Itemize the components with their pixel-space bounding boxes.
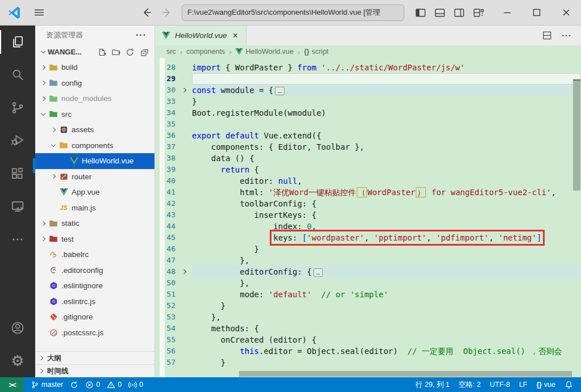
maximize-button[interactable] [522, 0, 551, 25]
code-line-36[interactable]: 36export default Vue.extend({ [155, 130, 581, 141]
code-line-51[interactable]: 51 mode: 'default' // or 'simple' [155, 289, 581, 300]
tree-item--eslintrc-js[interactable]: .eslintrc.js [35, 294, 154, 310]
code-line-50[interactable]: 50 }, [155, 277, 581, 289]
new-folder-icon[interactable] [111, 48, 120, 57]
activity-source-control[interactable] [0, 91, 35, 124]
activity-more[interactable] [0, 223, 35, 256]
status-行-29-列-1[interactable]: 行 29, 列 1 [416, 380, 450, 390]
tree-item--editorconfig[interactable]: .editorconfig [35, 263, 154, 279]
toggle-sidebar-icon[interactable] [415, 7, 427, 19]
back-arrow-icon[interactable] [141, 6, 153, 19]
split-editor-icon[interactable] [542, 30, 553, 41]
customize-layout-icon[interactable] [473, 7, 484, 19]
code-editor[interactable]: 28import { WordPaster } from '../../stat… [155, 58, 581, 377]
code-line-41[interactable]: 41 html: '泽优Word一键粘贴控件（WordPaster） for w… [155, 187, 581, 198]
tab-helloworld-vue[interactable]: HelloWorld.vue × [155, 26, 246, 45]
refresh-icon[interactable] [126, 48, 135, 57]
code-line-37[interactable]: 37 components: { Editor, Toolbar }, [155, 141, 581, 153]
tree-item--eslintignore[interactable]: .eslintignore [35, 278, 154, 294]
fold-chevron-icon[interactable] [182, 266, 192, 277]
tree-item-config[interactable]: config [35, 75, 154, 91]
breadcrumb-helloworld-vue[interactable]: HelloWorld.vue [235, 48, 294, 56]
tree-item-static[interactable]: static [35, 216, 154, 231]
code-line-54[interactable]: 54 methods: { [155, 323, 581, 334]
code-line-46[interactable]: 46 } [155, 243, 581, 255]
status-warning[interactable]: 0 [107, 381, 122, 389]
toggle-secondary-sidebar-icon[interactable] [453, 7, 465, 19]
code-line-40[interactable]: 40 editor: null, [155, 175, 581, 187]
tree-item--babelrc[interactable]: .babelrc [35, 247, 154, 263]
status-sync[interactable] [70, 381, 78, 389]
close-button[interactable] [551, 0, 581, 25]
status-空格-2[interactable]: 空格: 2 [459, 380, 481, 390]
breadcrumb-src[interactable]: src [166, 48, 176, 56]
code-line-39[interactable]: 39 return { [155, 164, 581, 175]
forward-arrow-icon[interactable] [160, 6, 173, 19]
tree-item-node-modules[interactable]: node_modules [35, 91, 154, 107]
status-error[interactable]: 0 [85, 381, 100, 389]
code-line-35[interactable]: 35 [155, 119, 581, 130]
code-line-47[interactable]: 47 }, [155, 255, 581, 266]
activity-account[interactable] [0, 311, 35, 344]
status-braces[interactable]: {}vue [537, 381, 556, 389]
tree-item-router[interactable]: router [35, 169, 154, 185]
menu-hamburger-icon[interactable] [33, 6, 45, 19]
code-line-38[interactable]: 38 data () { [155, 153, 581, 164]
activity-settings[interactable]: ⚙ [0, 344, 35, 377]
tree-item-src[interactable]: src [35, 107, 154, 123]
tree-item-main-js[interactable]: JSmain.js [35, 200, 154, 216]
fold-chevron-icon[interactable] [182, 85, 192, 96]
code-line-30[interactable]: 30const wmodule = {… [155, 85, 581, 96]
code-line-28[interactable]: 28import { WordPaster } from '../../stat… [155, 62, 581, 73]
remote-indicator[interactable]: >< [0, 377, 24, 392]
tree-item-helloworld-vue[interactable]: HelloWorld.vue [35, 153, 154, 169]
minimize-button[interactable] [492, 0, 522, 25]
code-line-42[interactable]: 42 toolbarConfig: { [155, 198, 581, 209]
status-radio[interactable]: 0 [128, 381, 143, 389]
code-line-57[interactable]: 57 } [155, 357, 581, 368]
workspace-section-header[interactable]: WANGE... [35, 44, 154, 60]
tree-item-app-vue[interactable]: App.vue [35, 184, 154, 200]
toggle-panel-icon[interactable] [434, 7, 446, 19]
tree-item-build[interactable]: build [35, 60, 154, 75]
explorer-more-actions-icon[interactable]: ··· [136, 30, 147, 40]
activity-run-debug[interactable] [0, 124, 35, 157]
code-line-53[interactable]: 53 }, [155, 311, 581, 323]
code-line-34[interactable]: 34Boot.registerModule(wmodule) [155, 107, 581, 119]
timeline-section[interactable]: 时间线 [35, 364, 154, 377]
breadcrumb-script[interactable]: {}script [304, 48, 328, 56]
command-center-path[interactable]: F:\vue2\wangEditor5\src\components\Hello… [182, 5, 404, 21]
code-line-43[interactable]: 43 insertKeys: { [155, 209, 581, 221]
activity-explorer[interactable] [0, 26, 35, 58]
tree-item--postcssrc-js[interactable]: .postcssrc.js [35, 325, 154, 341]
editor-more-actions-icon[interactable]: ··· [562, 31, 572, 40]
tree-item--gitignore[interactable]: .gitignore [35, 309, 154, 325]
activity-extensions[interactable] [0, 157, 35, 190]
status-branch[interactable]: master [31, 381, 63, 389]
code-line-33[interactable]: 33} [155, 96, 581, 107]
tab-close-icon[interactable]: × [232, 31, 239, 40]
code-line-44[interactable]: 44 index: 0, [155, 221, 581, 232]
code-line-56[interactable]: 56 this.editor = Object.seal(editor) // … [155, 345, 581, 357]
collapse-all-icon[interactable] [140, 48, 149, 57]
code-line-29[interactable]: 29 [155, 73, 581, 85]
vertical-scrollbar[interactable] [573, 79, 580, 191]
code-line-48[interactable]: 48 editorConfig: {… [155, 266, 581, 277]
code-line-52[interactable]: 52 } [155, 300, 581, 311]
breadcrumb-components[interactable]: components [186, 48, 225, 56]
status-bell[interactable] [565, 381, 573, 389]
new-file-icon[interactable] [97, 48, 106, 57]
fold-ellipsis[interactable]: … [275, 87, 285, 95]
horizontal-scrollbar[interactable] [239, 371, 572, 377]
code-line-55[interactable]: 55 onCreated (editor) { [155, 334, 581, 345]
tree-item-components[interactable]: components [35, 138, 154, 154]
fold-ellipsis[interactable]: … [314, 268, 323, 277]
activity-search[interactable] [0, 58, 35, 91]
activity-remote[interactable] [0, 190, 35, 223]
status-lf[interactable]: LF [519, 381, 528, 389]
code-line-45[interactable]: 45 keys: ['wordpaster', 'pptimport', 'pd… [155, 232, 581, 243]
status-utf-8[interactable]: UTF-8 [490, 381, 509, 389]
tree-item-assets[interactable]: assets [35, 122, 154, 138]
tree-item-test[interactable]: test [35, 231, 154, 247]
outline-section[interactable]: 大纲 [35, 351, 154, 364]
